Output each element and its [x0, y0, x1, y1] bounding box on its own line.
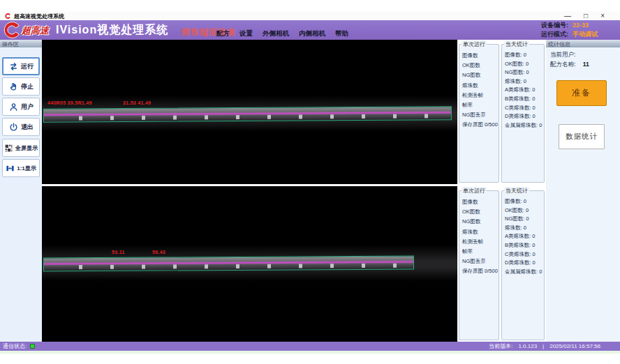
brand-logo-text: 超高速 [22, 24, 49, 37]
single-run-rows: 图像数OK图数NG图数熔珠数检测丢帧帧率NG图丢弃保存原图 0/500 [459, 191, 499, 277]
device-number-label: 设备编号: [541, 21, 568, 30]
exit-icon [8, 122, 19, 132]
user-button[interactable]: 用户 [2, 98, 40, 116]
single-run-groupbox: 单次运行 图像数OK图数NG图数熔珠数检测丢帧帧率NG图丢弃保存原图 0/500 [459, 44, 499, 183]
version-label: 当前版本: [489, 342, 512, 350]
stat-row: OK图数: 0 [502, 60, 544, 69]
stat-row: 保存原图 0/500 [459, 266, 499, 276]
single-run-rows: 图像数OK图数NG图数熔珠数检测丢帧帧率NG图丢弃保存原图 0/500 [459, 45, 499, 130]
stat-row: 保存原图 0/500 [459, 120, 499, 130]
device-number-value: 22-33 [573, 21, 602, 30]
stat-row: 图像数: 0 [502, 51, 544, 60]
operation-panel-title: 操作区 [0, 40, 42, 47]
recipe-name-label: 配方名称: [550, 61, 575, 68]
run-mode-label: 运行模式: [541, 30, 568, 39]
stop-button-label: 停止 [21, 82, 34, 91]
menu-item[interactable]: 内侧相机 [299, 29, 325, 38]
stat-row: D类熔珠数: 0 [502, 259, 544, 268]
brand-swoosh-icon [2, 21, 21, 39]
stat-row: OK图数 [459, 207, 499, 217]
stat-row: C类熔珠数: 0 [502, 104, 544, 113]
stat-row: NG图数: 0 [502, 68, 544, 77]
stat-row: C类熔珠数: 0 [502, 250, 544, 259]
app-logo-icon [4, 13, 11, 20]
run-button[interactable]: 运行 [2, 57, 40, 75]
menu-item[interactable]: 帮助 [335, 29, 348, 38]
operation-sidebar: 操作区 运行 停止 用户 退出 [0, 40, 42, 342]
window-title: 超高速视觉处理系统 [14, 13, 64, 20]
run-mode-value: 手动调试 [573, 30, 602, 39]
strip-image-roi [43, 256, 414, 272]
current-user-label: 当前用户: [550, 51, 575, 58]
recipe-name-value: 11 [583, 61, 589, 68]
user-button-label: 用户 [21, 103, 34, 112]
stat-row: 帧率 [459, 100, 499, 110]
strip-image-roi [43, 106, 452, 123]
stat-row: B类熔珠数: 0 [502, 241, 544, 250]
measurement-annotation: 440R05 39.5R1.49 [47, 100, 92, 105]
statusbar-accent-strip [0, 351, 620, 354]
daily-stats-title: 当天统计 [504, 187, 529, 195]
stat-row: 熔珠数 [459, 81, 499, 91]
stats-panel-inner: 单次运行 图像数OK图数NG图数熔珠数检测丢帧帧率NG图丢弃保存原图 0/500… [459, 186, 545, 342]
menu-item[interactable]: 设置 [239, 29, 253, 38]
exit-button[interactable]: 退出 [2, 118, 40, 136]
one-to-one-button[interactable]: 1:1显示 [2, 159, 40, 177]
stat-row: 帧率 [459, 247, 499, 257]
maximize-button[interactable]: □ [584, 13, 588, 20]
menu-bar: 配方设置外侧相机内侧相机帮助 [216, 29, 348, 38]
daily-stats-title: 当天统计 [504, 40, 529, 48]
application-window: 超高速视觉处理系统 — □ × 超高速 IVision视觉处理系统 熔珠端面检测… [0, 0, 620, 364]
fullscreen-button[interactable]: 全屏显示 [2, 139, 40, 157]
menu-item[interactable]: 外侧相机 [263, 29, 289, 38]
stop-icon [8, 82, 19, 92]
stop-button[interactable]: 停止 [2, 77, 40, 96]
stat-row: 金属屑熔珠数: 0 [502, 121, 544, 130]
daily-stats-groupbox: 当天统计 图像数: 0OK图数: 0NG图数: 0熔珠数: 0A类熔珠数: 0B… [501, 44, 545, 183]
stat-row: B类熔珠数: 0 [502, 95, 544, 104]
device-info: 设备编号: 22-33 运行模式: 手动调试 [541, 21, 602, 39]
fullscreen-icon [4, 144, 13, 153]
stat-row: 图像数 [459, 197, 499, 207]
user-icon [8, 102, 19, 112]
comm-status-label: 通信状态: [3, 342, 27, 350]
exit-button-label: 退出 [21, 123, 34, 132]
stat-row: 熔珠数 [459, 227, 499, 237]
stat-row: NG图数 [459, 70, 499, 80]
datetime-value: 2025/02/11 16:57:56 [549, 343, 600, 349]
measurement-annotation: 56.43 [152, 250, 165, 255]
titlebar: 超高速视觉处理系统 — □ × [0, 11, 620, 21]
camera-viewport-inner: 53.11 56.43 [42, 186, 457, 342]
camera-viewport-outer: 440R05 39.5R1.49 31.53 41.49 [42, 40, 457, 184]
minimize-button[interactable]: — [564, 13, 571, 20]
stat-row: 检测丢帧 [459, 237, 499, 247]
recipe-name-row: 配方名称: 11 [550, 61, 589, 69]
run-button-label: 运行 [21, 62, 34, 71]
prepare-button[interactable]: 准备 [556, 80, 607, 106]
stat-row: 熔珠数: 0 [502, 224, 544, 233]
single-run-groupbox: 单次运行 图像数OK图数NG图数熔珠数检测丢帧帧率NG图丢弃保存原图 0/500 [459, 190, 499, 340]
stat-row: NG图数 [459, 217, 499, 227]
stat-row: OK图数: 0 [502, 206, 544, 215]
fullscreen-button-label: 全屏显示 [15, 144, 38, 152]
header: 超高速 IVision视觉处理系统 熔珠端面检测 配方设置外侧相机内侧相机帮助 … [0, 20, 620, 40]
menu-item[interactable]: 配方 [216, 29, 230, 38]
stat-row: A类熔珠数: 0 [502, 232, 544, 241]
statistics-info-title: 统计信息 [546, 40, 620, 47]
data-statistics-button[interactable]: 数据统计 [559, 124, 605, 149]
measurement-annotation: 53.11 [112, 250, 125, 255]
measurement-annotation: 31.53 41.49 [123, 100, 151, 105]
daily-stats-rows: 图像数: 0OK图数: 0NG图数: 0熔珠数: 0A类熔珠数: 0B类熔珠数:… [502, 191, 544, 276]
run-icon [8, 61, 19, 72]
daily-stats-groupbox: 当天统计 图像数: 0OK图数: 0NG图数: 0熔珠数: 0A类熔珠数: 0B… [501, 190, 545, 340]
stat-row: OK图数 [459, 61, 499, 70]
daily-stats-rows: 图像数: 0OK图数: 0NG图数: 0熔珠数: 0A类熔珠数: 0B类熔珠数:… [502, 45, 544, 130]
comm-status-indicator-icon [30, 344, 35, 349]
stat-row: 检测丢帧 [459, 91, 499, 100]
one-to-one-button-label: 1:1显示 [17, 165, 36, 172]
close-button[interactable]: × [600, 13, 605, 20]
stat-row: NG图丢弃 [459, 257, 499, 266]
stats-panel-outer: 单次运行 图像数OK图数NG图数熔珠数检测丢帧帧率NG图丢弃保存原图 0/500… [459, 40, 545, 184]
statusbar: 通信状态: 当前版本: 1.0.123 | 2025/02/11 16:57:5… [0, 342, 620, 351]
app-title: IVision视觉处理系统 [56, 23, 168, 38]
